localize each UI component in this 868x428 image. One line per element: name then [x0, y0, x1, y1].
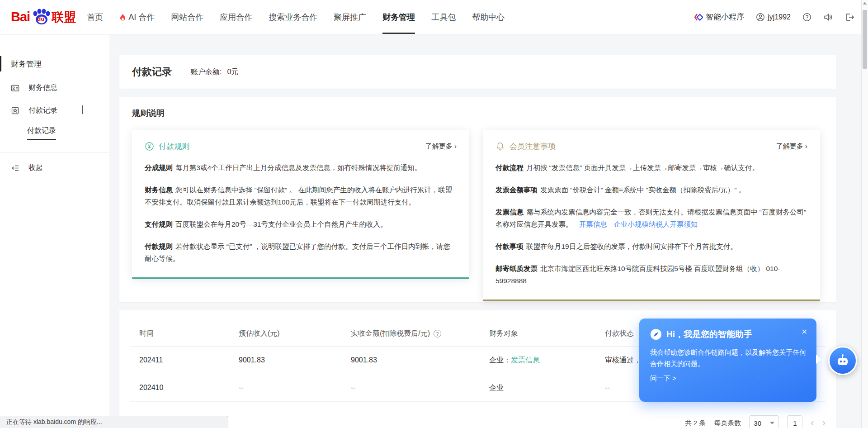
compass-icon — [650, 328, 662, 340]
rule-paragraph: 付款流程月初按 “发票信息” 页面开具发票→上传发票→邮寄发票→审核→确认支付。 — [495, 162, 807, 174]
prev-page-button[interactable]: ‹ — [811, 418, 814, 428]
sidebar-item-payment-records[interactable]: 付款记录 — [0, 99, 109, 122]
assistant-popup: Hi，我是您的智能助手 ✕ 我会帮助您诊断合作链路问题，以及解答您关于任何合作相… — [639, 319, 816, 402]
rules-section-title: 规则说明 — [132, 108, 824, 119]
popup-tail — [816, 355, 821, 364]
rule-text: 北京市海淀区西北旺东路10号院百度科技园5号楼 百度联盟财务组（收） 010-5… — [495, 265, 780, 285]
page-number-current[interactable]: 1 — [787, 415, 802, 428]
sidebar-subitem-payment-records[interactable]: 付款记录 — [0, 122, 109, 144]
info-icon[interactable]: ? — [434, 330, 441, 338]
assistant-message: 我会帮助您诊断合作链路问题，以及解答您关于任何合作相关的问题。 — [650, 347, 807, 369]
rules-section-card: 规则说明 付款规则 了解更多 › 分成规则每月第3或4个工作日产出上月分成信息及… — [119, 97, 836, 302]
scroll-up-arrow-icon[interactable] — [863, 2, 867, 5]
nav-menu: 首页 AI 合作 网站合作 应用合作 搜索业务合作 聚屏推广 财务管理 工具包 … — [87, 0, 505, 34]
cell-actual: -- — [351, 384, 489, 392]
top-navigation: Bai du 联盟 首页 AI 合作 网站合作 应用合作 搜索业务合作 聚屏推广… — [0, 0, 868, 34]
nav-item-screen-promo[interactable]: 聚屏推广 — [334, 0, 366, 34]
cell-actual: 9001.83 — [351, 356, 489, 364]
payment-rules-title: 付款规则 — [159, 141, 189, 152]
scrollbar-thumb[interactable] — [863, 10, 867, 69]
cell-entity: 企业：发票信息 — [489, 356, 605, 365]
col-finance-entity: 财务对象 — [489, 329, 605, 338]
invoice-info-link[interactable]: 开票信息 — [579, 220, 607, 228]
logout-icon[interactable] — [845, 13, 854, 22]
rule-paragraph: 发票金额事项发票票面 “价税合计” 金额=系统中 “实收金额（扣除税费后/元）”… — [495, 184, 807, 196]
assistant-float-button[interactable] — [828, 346, 857, 375]
logo-text-union: 联盟 — [52, 9, 76, 25]
rule-text: 每月第3或4个工作日产出上月分成信息及发票信息，如有特殊情况将提前通知。 — [175, 164, 421, 171]
nav-item-app[interactable]: 应用合作 — [220, 0, 252, 34]
robot-icon — [835, 352, 851, 369]
nav-item-website[interactable]: 网站合作 — [171, 0, 203, 34]
page-size-select[interactable]: 30 — [749, 415, 779, 428]
payment-rules-more-link[interactable]: 了解更多 › — [425, 142, 457, 151]
nav-item-search-biz[interactable]: 搜索业务合作 — [269, 0, 317, 34]
sidebar-collapse-button[interactable]: 收起 — [0, 156, 109, 180]
rule-paragraph: 发票信息需与系统内发票信息内容完全一致，否则无法支付。请根据发票信息页面中 “百… — [495, 206, 807, 230]
rule-text: 发票票面 “价税合计” 金额=系统中 “实收金额（扣除税费后/元）” 。 — [540, 186, 745, 194]
nav-item-finance[interactable]: 财务管理 — [382, 0, 415, 34]
account-balance-value: 0元 — [227, 67, 238, 77]
small-taxpayer-notice-link[interactable]: 企业小规模纳税人开票须知 — [613, 220, 698, 228]
nav-right-cluster: 智能小程序 jyj1992 — [694, 12, 868, 22]
next-page-button[interactable]: › — [822, 418, 826, 428]
bell-icon — [495, 142, 505, 151]
mini-program-entry[interactable]: 智能小程序 — [694, 12, 744, 22]
rule-text: 您可以在财务信息中选择 “保留付款” 。 在此期间您产生的收入将在账户内进行累计… — [145, 186, 452, 206]
rule-label: 付款规则 — [145, 243, 173, 250]
page-size-label: 每页条数 — [714, 419, 741, 428]
sidebar-section-title: 财务管理 — [0, 51, 109, 76]
user-icon — [756, 13, 765, 22]
page-header-card: 付款记录 账户余额: 0元 — [119, 55, 836, 89]
cell-estimated: -- — [239, 384, 351, 392]
id-card-icon — [11, 84, 19, 92]
rule-paragraph: 财务信息您可以在财务信息中选择 “保留付款” 。 在此期间您产生的收入将在账户内… — [145, 184, 457, 208]
speaker-icon[interactable] — [823, 13, 833, 22]
col-estimated-income: 预估收入(元) — [239, 329, 351, 338]
baidu-union-logo[interactable]: Bai du 联盟 — [11, 8, 76, 26]
sidebar-item-finance-info[interactable]: 财务信息 — [0, 76, 109, 99]
badge-star-icon — [11, 106, 19, 115]
paw-icon: du — [31, 8, 51, 26]
rule-paragraph: 付款规则若付款状态显示 “已支付” ，说明联盟已安排了您的付款。支付后三个工作日… — [145, 240, 457, 265]
assistant-title: Hi，我是您的智能助手 — [666, 328, 752, 340]
col-actual-amount: 实收金额(扣除税费后/元) ? — [351, 329, 489, 338]
flame-icon — [119, 13, 126, 21]
rule-label: 支付规则 — [145, 220, 173, 228]
rule-text: 若付款状态显示 “已支付” ，说明联盟已安排了您的付款。支付后三个工作日内到帐，… — [145, 243, 450, 262]
nav-item-help[interactable]: 帮助中心 — [472, 0, 505, 34]
user-account[interactable]: jyj1992 — [756, 13, 791, 22]
rule-label: 发票金额事项 — [495, 186, 538, 194]
invoice-info-table-link[interactable]: 发票信息 — [511, 356, 540, 364]
rule-text: 百度联盟会在每月20号—31号支付企业会员上个自然月产生的收入。 — [175, 220, 387, 228]
member-notices-more-link[interactable]: 了解更多 › — [776, 142, 807, 151]
nav-item-home[interactable]: 首页 — [87, 0, 103, 34]
cell-time: 202410 — [139, 384, 239, 392]
page-title: 付款记录 — [132, 65, 172, 79]
cell-entity: 企业 — [489, 383, 605, 393]
nav-item-ai[interactable]: AI 合作 — [119, 0, 155, 34]
account-balance-label: 账户余额: — [191, 67, 222, 77]
rule-label: 财务信息 — [145, 186, 173, 194]
rule-label: 分成规则 — [145, 164, 173, 171]
payment-rules-card: 付款规则 了解更多 › 分成规则每月第3或4个工作日产出上月分成信息及发票信息，… — [132, 130, 469, 279]
rule-paragraph: 支付规则百度联盟会在每月20号—31号支付企业会员上个自然月产生的收入。 — [145, 218, 457, 230]
nav-item-toolkit[interactable]: 工具包 — [431, 0, 456, 34]
mini-program-icon — [694, 13, 703, 22]
logo-text-du: du — [37, 15, 44, 22]
rule-paragraph: 付款事项联盟在每月19日之后签收的发票，付款时间安排在下个月首批支付。 — [495, 240, 807, 252]
browser-status-bar: 正在等待 xlab.baidu.com 的响应... — [0, 416, 228, 428]
page-scrollbar[interactable] — [861, 0, 868, 428]
chevron-up-icon[interactable] — [82, 106, 83, 114]
rule-paragraph: 邮寄纸质发票北京市海淀区西北旺东路10号院百度科技园5号楼 百度联盟财务组（收）… — [495, 262, 807, 287]
rule-label: 邮寄纸质发票 — [495, 265, 538, 272]
sidebar-divider — [0, 152, 109, 153]
help-icon[interactable] — [802, 13, 811, 22]
rule-label: 发票信息 — [495, 208, 524, 216]
logo-text-bai: Bai — [11, 10, 30, 24]
close-icon[interactable]: ✕ — [802, 328, 807, 336]
sidebar: 财务管理 财务信息 付款记录 付款记录 收起 — [0, 35, 109, 428]
ask-now-link[interactable]: 问一下 > — [650, 374, 806, 383]
member-notices-card: 会员注意事项 了解更多 › 付款流程月初按 “发票信息” 页面开具发票→上传发票… — [483, 130, 820, 301]
rule-label: 付款流程 — [495, 164, 524, 171]
